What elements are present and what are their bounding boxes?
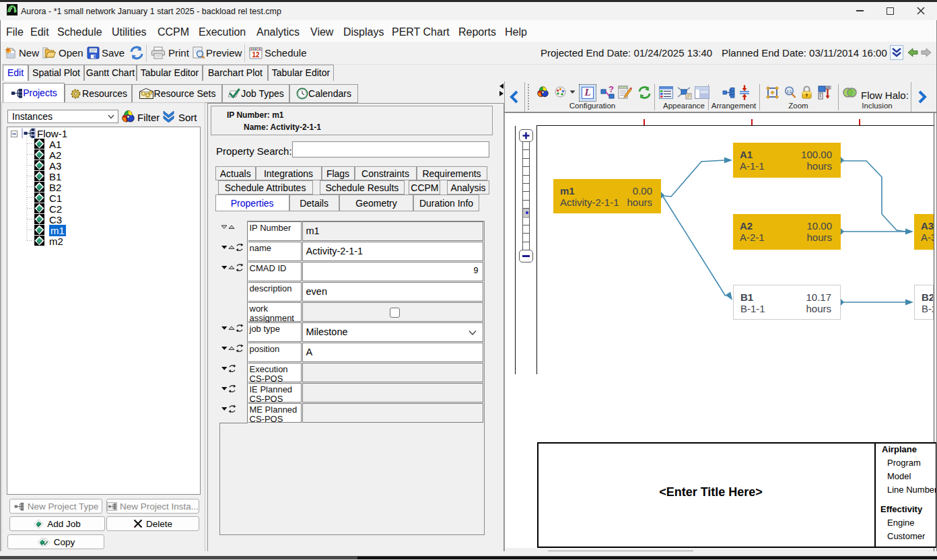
svg-text:1:1: 1:1 (787, 90, 792, 94)
svg-text:12: 12 (252, 51, 260, 59)
svg-text:?: ? (609, 85, 614, 94)
